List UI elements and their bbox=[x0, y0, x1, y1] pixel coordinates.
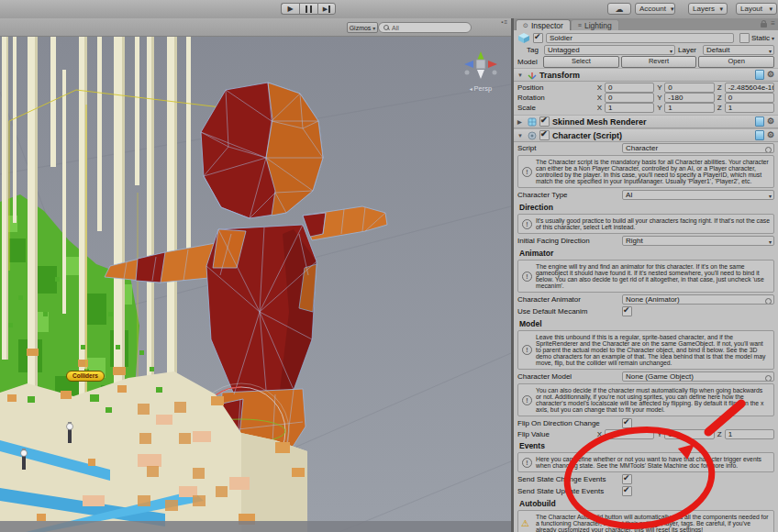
help-box-character: The Character script is the mandatory ba… bbox=[517, 155, 774, 188]
component-enabled-checkbox[interactable] bbox=[539, 116, 550, 127]
inspector-tab-icon: ⊙ bbox=[523, 22, 528, 29]
axis-z-label: Z bbox=[717, 104, 723, 112]
play-button[interactable] bbox=[281, 3, 299, 15]
inspector-panel: ⊙ Inspector ≡ Lighting ≡ bbox=[514, 18, 778, 532]
gear-icon[interactable]: ⚙ bbox=[767, 131, 774, 139]
axis-z-label: Z bbox=[717, 94, 723, 102]
script-icon bbox=[528, 131, 537, 140]
transform-header[interactable]: Transform ⚙ bbox=[514, 68, 778, 82]
gear-icon[interactable]: ⚙ bbox=[767, 71, 774, 79]
model-revert-button[interactable]: Revert bbox=[621, 56, 697, 68]
axis-y-label: Y bbox=[656, 83, 662, 92]
pause-button[interactable] bbox=[299, 3, 317, 15]
foldout-arrow[interactable] bbox=[517, 72, 525, 78]
pause-icon bbox=[306, 6, 312, 13]
axis-y-label: Y bbox=[656, 94, 662, 102]
position-x-field[interactable]: 0 bbox=[605, 83, 654, 93]
position-y-field[interactable]: 0 bbox=[664, 83, 714, 93]
scale-x-field[interactable]: 1 bbox=[605, 103, 654, 113]
help-box-events: Here you can define whether or not you w… bbox=[517, 452, 774, 472]
layout-menu[interactable]: Layout bbox=[736, 3, 777, 15]
foldout-arrow[interactable] bbox=[517, 118, 525, 125]
axis-z-label: Z bbox=[717, 83, 723, 92]
transform-row-scale: Scale X 1 Y 1 Z 1 bbox=[514, 103, 778, 113]
tab-lighting[interactable]: ≡ Lighting bbox=[571, 19, 619, 30]
rotation-z-field[interactable]: 0 bbox=[725, 93, 774, 103]
component-enabled-checkbox[interactable] bbox=[539, 130, 550, 140]
model-select-button[interactable]: Select bbox=[543, 56, 619, 68]
script-field[interactable]: Character bbox=[622, 143, 774, 153]
axis-x-cone[interactable] bbox=[488, 61, 497, 68]
events-section-label: Events bbox=[514, 439, 778, 451]
axis-x-label: X bbox=[596, 104, 603, 112]
use-default-mecanim-checkbox[interactable] bbox=[622, 306, 632, 316]
help-box-animator: The engine will try and find an animator… bbox=[517, 260, 774, 293]
skinned-mesh-icon bbox=[528, 117, 537, 127]
axis-x-label: X bbox=[596, 430, 603, 438]
character-model-row: Character Model None (Game Object) bbox=[514, 371, 778, 382]
static-checkbox[interactable] bbox=[739, 33, 750, 43]
model-open-button[interactable]: Open bbox=[698, 56, 774, 68]
character-animator-field[interactable]: None (Animator) bbox=[622, 294, 774, 305]
step-button[interactable] bbox=[317, 3, 336, 15]
flip-x-field[interactable]: -1 bbox=[605, 429, 654, 439]
character-model-field[interactable]: None (Game Object) bbox=[622, 371, 774, 382]
scale-z-field[interactable]: 1 bbox=[725, 103, 774, 113]
tab-inspector[interactable]: ⊙ Inspector bbox=[516, 19, 571, 30]
facing-direction-dropdown[interactable]: Right bbox=[622, 236, 774, 246]
axis-z-cone[interactable] bbox=[464, 61, 473, 68]
facing-direction-row: Initial Facing Direction Right bbox=[514, 235, 778, 247]
scene-search-input[interactable]: All bbox=[378, 22, 472, 33]
send-state-change-row: Send State Change Events bbox=[514, 473, 778, 485]
transform-icon bbox=[528, 71, 537, 80]
character-type-dropdown[interactable]: AI bbox=[622, 190, 774, 200]
character-script-header[interactable]: Character (Script) ⚙ bbox=[514, 128, 778, 142]
flip-y-field[interactable]: 1 bbox=[664, 429, 714, 439]
help-box-model: Leave this unbound if this is a regular,… bbox=[517, 330, 774, 370]
gizmos-button[interactable]: Gizmos bbox=[347, 22, 378, 33]
layer-dropdown[interactable]: Default bbox=[703, 45, 774, 55]
axis-y-cone[interactable] bbox=[477, 51, 484, 61]
persp-label[interactable]: Persp bbox=[457, 84, 505, 93]
doc-icon[interactable] bbox=[755, 130, 764, 140]
scene-tab-options-icon[interactable]: ▪≡ bbox=[501, 19, 508, 25]
active-checkbox[interactable] bbox=[533, 33, 543, 43]
warning-icon bbox=[521, 518, 529, 529]
autobuild-section-label: Autobuild bbox=[514, 497, 778, 509]
play-controls bbox=[281, 3, 336, 15]
warn-box-autobuild: The Character Autobuild button will auto… bbox=[517, 510, 774, 532]
account-menu[interactable]: Account bbox=[635, 3, 675, 15]
scene-toolbar: Gizmos All ▪≡ bbox=[0, 18, 511, 37]
rotation-y-field[interactable]: -180 bbox=[664, 93, 714, 103]
gear-icon[interactable]: ⚙ bbox=[767, 117, 774, 126]
model-section-label: Model bbox=[514, 317, 778, 329]
send-state-change-checkbox[interactable] bbox=[622, 474, 632, 484]
tab-menu-icon[interactable]: ≡ bbox=[771, 20, 775, 28]
static-toggle[interactable]: Static bbox=[739, 33, 774, 43]
doc-icon[interactable] bbox=[755, 70, 764, 80]
axis-y-label: Y bbox=[656, 430, 662, 438]
search-icon bbox=[383, 25, 389, 30]
cloud-button[interactable] bbox=[607, 3, 631, 15]
info-icon bbox=[522, 345, 532, 355]
account-label: Account bbox=[639, 5, 666, 13]
flip-z-field[interactable]: 1 bbox=[725, 429, 774, 439]
scale-y-field[interactable]: 1 bbox=[664, 103, 714, 113]
doc-icon[interactable] bbox=[755, 116, 764, 127]
foldout-arrow[interactable] bbox=[517, 133, 525, 139]
gameobject-name-field[interactable]: Soldier bbox=[546, 33, 734, 43]
skinned-mesh-renderer-header[interactable]: Skinned Mesh Renderer ⚙ bbox=[514, 115, 778, 128]
layers-label: Layers bbox=[693, 5, 715, 13]
position-z-field[interactable]: -2.485604e-16 bbox=[725, 83, 774, 93]
axis-z-label: Z bbox=[717, 430, 723, 438]
info-icon bbox=[522, 272, 532, 282]
layers-menu[interactable]: Layers bbox=[688, 3, 728, 15]
rotation-x-field[interactable]: 0 bbox=[605, 93, 654, 103]
transform-row-rotation: Rotation X 0 Y -180 Z 0 bbox=[514, 93, 778, 103]
tag-dropdown[interactable]: Untagged bbox=[544, 45, 675, 55]
flip-on-direction-checkbox[interactable] bbox=[622, 418, 632, 428]
send-state-update-checkbox[interactable] bbox=[622, 486, 632, 496]
colliders-label: Colliders bbox=[66, 371, 105, 382]
scene-viewport[interactable]: Colliders Persp bbox=[0, 37, 511, 532]
lock-icon[interactable] bbox=[761, 23, 767, 28]
